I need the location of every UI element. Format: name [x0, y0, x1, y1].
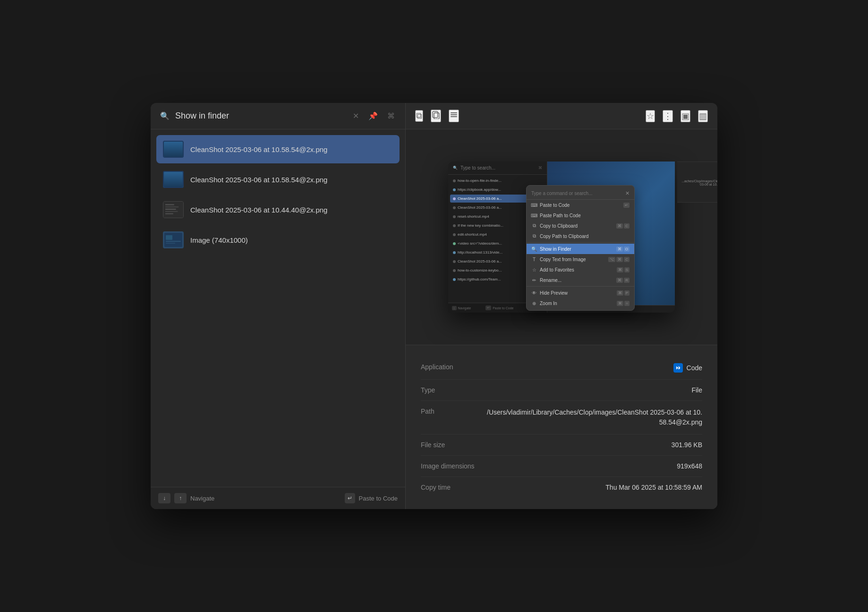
list-button[interactable]	[449, 110, 459, 122]
meta-label-filesize: File size	[421, 441, 487, 449]
thumbnail-screenshot	[163, 171, 184, 188]
mini-item-icon	[453, 206, 456, 209]
nav-up-button[interactable]: ↑	[174, 493, 187, 503]
list-item[interactable]: CleanShot 2025-03-06 at 10.58.54@2x.png	[156, 135, 400, 163]
svg-rect-16	[433, 111, 438, 118]
mini-item-icon	[453, 215, 456, 218]
ctx-rename[interactable]: ✏ Rename... ⌘ R	[527, 275, 634, 285]
search-input[interactable]	[175, 111, 346, 121]
meta-value-dimensions: 919x648	[677, 462, 702, 470]
right-panel: ⧉ ☆ ⋮ ▣ ▥	[406, 103, 717, 509]
svg-rect-1	[164, 142, 183, 157]
ctx-label: Zoom In	[540, 301, 557, 306]
copy-path-icon: ⧉	[531, 233, 537, 239]
eye-icon: 👁	[531, 290, 537, 296]
mini-side-app: ClipBook	[681, 166, 717, 170]
star-button[interactable]: ☆	[646, 110, 655, 122]
mini-item-icon	[453, 278, 456, 281]
mini-search-input[interactable]	[460, 165, 536, 170]
svg-rect-2	[165, 143, 182, 145]
enter-key: ↵	[345, 493, 355, 503]
navigate-label: Navigate	[190, 495, 214, 502]
search-actions: ✕ 📌 ⌘	[352, 110, 396, 121]
nav-down-button[interactable]: ↓	[158, 493, 170, 503]
result-name: Image (740x1000)	[190, 236, 248, 244]
context-menu: ✕ ⌨ Paste to Code ↵ ⌨	[526, 185, 635, 311]
result-name: CleanShot 2025-03-06 at 10.58.54@2x.png	[190, 176, 327, 184]
meta-row-path: Path /Users/vladimir/Library/Caches/Clop…	[421, 401, 702, 434]
results-list: CleanShot 2025-03-06 at 10.58.54@2x.png …	[151, 129, 405, 487]
ctx-show-in-finder[interactable]: 🔍 Show in Finder ⌘ O	[527, 244, 634, 254]
svg-rect-19	[451, 114, 457, 115]
search-bar: 🔍 ✕ 📌 ⌘	[151, 103, 405, 129]
ctx-label: Copy Path to Clipboard	[540, 234, 588, 239]
sidebar-button[interactable]: ▥	[698, 110, 708, 122]
mini-item-icon	[453, 224, 456, 227]
mini-list-item[interactable]: how-to-open-file-in-finde...	[450, 177, 545, 185]
search-icon: 🔍	[160, 111, 170, 120]
mini-item-icon	[453, 197, 456, 200]
meta-label-dimensions: Image dimensions	[421, 462, 487, 470]
ctx-add-to-favorites[interactable]: ☆ Add to Favorites ⌘ S	[527, 264, 634, 275]
paste-path-icon: ⌨	[531, 212, 537, 218]
result-name: CleanShot 2025-03-06 at 10.44.40@2x.png	[190, 206, 327, 214]
preview-area: 🔍 ⌘ how-to-open-file-in-finde... https:/…	[406, 129, 717, 345]
pin-button[interactable]: 📌	[367, 110, 379, 121]
mini-side-path: ...aches/Clop/images/CleanShot 20 25-03-…	[681, 179, 717, 186]
ctx-label: Hide Preview	[540, 290, 568, 296]
ctx-label: Rename...	[540, 278, 562, 283]
svg-rect-18	[451, 112, 457, 113]
list-item[interactable]: Image (740x1000)	[156, 226, 400, 254]
app-window: 🔍 ✕ 📌 ⌘ CleanShot 2025-03-06 at 10.58.54…	[151, 103, 717, 509]
ctx-label: Copy Text from Image	[540, 257, 586, 262]
result-name: CleanShot 2025-03-06 at 10.58.54@2x.png	[190, 145, 327, 153]
meta-row-type: Type File	[421, 380, 702, 401]
svg-rect-6	[165, 204, 174, 205]
ctx-zoom-in[interactable]: ⊕ Zoom In ⌘ =	[527, 298, 634, 308]
mini-item-icon	[453, 269, 456, 272]
svg-rect-15	[166, 243, 175, 244]
meta-row-dimensions: Image dimensions 919x648	[421, 456, 702, 477]
context-menu-header: ✕	[527, 187, 634, 200]
meta-label-type: Type	[421, 386, 487, 394]
copy-button[interactable]: ⧉	[415, 110, 423, 122]
mini-item-icon	[453, 233, 456, 236]
mini-item-icon	[453, 188, 456, 191]
meta-value-copytime: Thu Mar 06 2025 at 10:58:59 AM	[605, 484, 702, 491]
ctx-label: Add to Favorites	[540, 267, 574, 272]
list-item[interactable]: CleanShot 2025-03-06 at 10.44.40@2x.png	[156, 196, 400, 224]
meta-label-copytime: Copy time	[421, 484, 487, 491]
mini-clipbook-window: 🔍 ⌘ how-to-open-file-in-finde... https:/…	[448, 162, 675, 313]
clear-search-button[interactable]: ✕	[352, 110, 360, 121]
left-panel: 🔍 ✕ 📌 ⌘ CleanShot 2025-03-06 at 10.58.54…	[151, 103, 406, 509]
ctx-copy-to-clipboard[interactable]: ⧉ Copy to Clipboard ⌘ C	[527, 221, 634, 231]
window-button[interactable]: ▣	[681, 110, 690, 122]
mini-search-bar: 🔍 ⌘	[448, 162, 547, 175]
more-button[interactable]: ⋮	[663, 110, 673, 122]
ctx-hide-preview[interactable]: 👁 Hide Preview ⌘ P	[527, 288, 634, 298]
thumbnail-image	[163, 231, 184, 248]
right-toolbar: ⧉ ☆ ⋮ ▣ ▥	[406, 103, 717, 129]
context-search-input[interactable]	[531, 191, 625, 196]
mini-item-icon	[453, 260, 456, 263]
ctx-copy-text-from-image[interactable]: T Copy Text from Image ⌥ ⌘ C	[527, 254, 634, 264]
meta-value-path: /Users/vladimir/Library/Caches/Clop/imag…	[487, 408, 702, 427]
svg-rect-7	[165, 206, 179, 207]
ctx-paste-to-code[interactable]: ⌨ Paste to Code ↵	[527, 200, 634, 210]
svg-rect-17	[434, 113, 439, 119]
list-item[interactable]: CleanShot 2025-03-06 at 10.58.54@2x.png	[156, 165, 400, 194]
ctx-label: Paste to Code	[540, 203, 570, 208]
cmd-button[interactable]: ⌘	[386, 110, 396, 121]
ctx-copy-path-to-clipboard[interactable]: ⧉ Copy Path to Clipboard	[527, 231, 634, 241]
meta-row-application: Application Code	[421, 357, 702, 380]
copy-alt-button[interactable]	[431, 110, 441, 122]
ctx-paste-path-to-code[interactable]: ⌨ Paste Path to Code	[527, 210, 634, 221]
meta-row-copytime: Copy time Thu Mar 06 2025 at 10:58:59 AM	[421, 477, 702, 498]
meta-value-filesize: 301.96 KB	[672, 441, 702, 449]
mini-item-icon	[453, 251, 456, 254]
svg-rect-3	[163, 171, 184, 188]
svg-rect-0	[163, 141, 184, 158]
ctx-label: Paste Path to Code	[540, 213, 581, 218]
context-close-button[interactable]: ✕	[625, 190, 630, 196]
bottom-bar: ↓ ↑ Navigate ↵ Paste to Code	[151, 487, 405, 509]
